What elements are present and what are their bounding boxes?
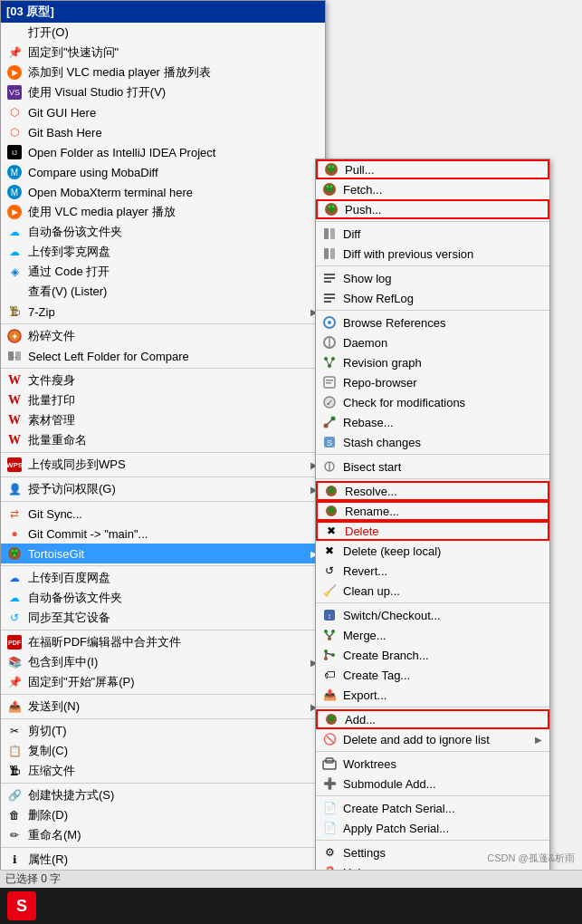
- worktrees-label: Worktrees: [343, 757, 542, 771]
- svg-point-9: [14, 554, 16, 557]
- svg-point-20: [329, 206, 331, 208]
- menu-diff[interactable]: Diff: [316, 224, 549, 244]
- menu-sync-other[interactable]: ↺ 同步至其它设备: [1, 608, 325, 628]
- menu-repo-browser[interactable]: Repo-browser: [316, 372, 549, 392]
- menu-select-left[interactable]: ↔ Select Left Folder for Compare: [1, 346, 325, 366]
- menu-grant-access[interactable]: 👤 授予访问权限(G) ▶: [1, 479, 325, 499]
- menu-baidu[interactable]: ☁ 上传到百度网盘: [1, 568, 325, 588]
- menu-copy[interactable]: 📋 复制(C): [1, 741, 325, 761]
- pdf-icon: PDF: [6, 634, 23, 650]
- menu-rename2[interactable]: Rename...: [316, 501, 549, 521]
- menu-upload-cloud[interactable]: ☁ 上传到零克网盘: [1, 242, 325, 262]
- stash-icon: S: [321, 434, 338, 450]
- menu-ij[interactable]: IJ Open Folder as IntelliJ IDEA Project: [1, 142, 325, 162]
- menu-git-sync[interactable]: ⇄ Git Sync...: [1, 504, 325, 524]
- sep6: [1, 565, 325, 566]
- menu-git-gui[interactable]: ⬡ Git GUI Here: [1, 102, 325, 122]
- menu-push[interactable]: Push...: [316, 199, 549, 219]
- menu-cleanup[interactable]: 🧹 Clean up...: [316, 581, 549, 601]
- rebase-icon: [321, 414, 338, 430]
- menu-submodule[interactable]: ➕ Submodule Add...: [316, 774, 549, 794]
- show-log-icon: [321, 270, 338, 286]
- create-patch-icon: 📄: [321, 800, 338, 816]
- menu-compress[interactable]: 🗜 压缩文件: [1, 761, 325, 781]
- menu-add-archive[interactable]: 📚 包含到库中(I) ▶: [1, 652, 325, 672]
- menu-rebase[interactable]: Rebase...: [316, 412, 549, 432]
- pin-start-icon: 📌: [6, 674, 23, 690]
- menu-mobadiff[interactable]: M Compare using MobaDiff: [1, 162, 325, 182]
- menu-send-to[interactable]: 📤 发送到(N) ▶: [1, 697, 325, 717]
- menu-pull[interactable]: Pull...: [316, 159, 549, 179]
- menu-apply-patch[interactable]: 📄 Apply Patch Serial...: [316, 818, 549, 838]
- menu-tortoise[interactable]: TortoiseGit ▶: [1, 544, 325, 563]
- menu-show-log[interactable]: Show log: [316, 268, 549, 288]
- merge-icon: [321, 627, 338, 643]
- menu-batch-rename[interactable]: W 批量重命名: [1, 430, 325, 450]
- menu-merge[interactable]: Merge...: [316, 625, 549, 645]
- menu-reflog[interactable]: Show RefLog: [316, 288, 549, 308]
- menu-diff-prev[interactable]: Diff with previous version: [316, 244, 549, 264]
- watermark-text: CSDN @孤蓬&析雨: [487, 852, 575, 865]
- menu-export[interactable]: 📤 Export...: [316, 685, 549, 705]
- menu-material[interactable]: W 素材管理: [1, 410, 325, 430]
- menu-weishen[interactable]: W 文件瘦身: [1, 371, 325, 390]
- submodule-label: Submodule Add...: [343, 777, 542, 791]
- menu-git-commit[interactable]: ● Git Commit -> "main"...: [1, 524, 325, 544]
- menu-stash[interactable]: S Stash changes: [316, 432, 549, 452]
- menu-shortcut[interactable]: 🔗 创建快捷方式(S): [1, 785, 325, 805]
- menu-delete[interactable]: 🗑 删除(D): [1, 805, 325, 825]
- menu-create-tag[interactable]: 🏷 Create Tag...: [316, 665, 549, 685]
- menu-cut[interactable]: ✂ 剪切(T): [1, 721, 325, 741]
- menu-pin[interactable]: 📌 固定到"快速访问": [1, 43, 325, 63]
- menu-revert[interactable]: ↺ Revert...: [316, 561, 549, 581]
- menu-vlc-add[interactable]: ▶ 添加到 VLC media player 播放列表: [1, 63, 325, 82]
- sep10: [1, 783, 325, 784]
- menu-git-bash[interactable]: ⬡ Git Bash Here: [1, 122, 325, 142]
- menu-switch[interactable]: ↕ Switch/Checkout...: [316, 605, 549, 625]
- menu-auto-backup2[interactable]: ☁ 自动备份该文件夹: [1, 588, 325, 608]
- menu-properties[interactable]: ℹ 属性(R): [1, 850, 325, 870]
- menu-rename[interactable]: ✏ 重命名(M): [1, 825, 325, 845]
- moba-term-label: Open MobaXterm terminal here: [28, 186, 318, 199]
- menu-delete-ignore[interactable]: 🚫 Delete and add to ignore list ▶: [316, 729, 549, 749]
- menu-browse-refs[interactable]: Browse References: [316, 313, 549, 332]
- menu-batch-print[interactable]: W 批量打印: [1, 390, 325, 410]
- menu-revision-graph[interactable]: Revision graph: [316, 352, 549, 372]
- menu-auto-backup[interactable]: ☁ 自动备份该文件夹: [1, 222, 325, 242]
- menu-vlc-play[interactable]: ▶ 使用 VLC media player 播放: [1, 202, 325, 222]
- menu-fenfen[interactable]: ✦ 粉碎文件: [1, 326, 325, 346]
- menu-worktrees[interactable]: Worktrees: [316, 754, 549, 774]
- menu-bisect[interactable]: Bisect start: [316, 457, 549, 476]
- menu-daemon[interactable]: Daemon: [316, 332, 549, 352]
- menu-fetch[interactable]: Fetch...: [316, 179, 549, 199]
- menu-pdf[interactable]: PDF 在福昕PDF编辑器中合并文件: [1, 632, 325, 652]
- menu-mobaterm[interactable]: M Open MobaXterm terminal here: [1, 182, 325, 202]
- tortoise-icon: [6, 545, 23, 562]
- svg-rect-24: [324, 248, 329, 259]
- diff-label: Diff: [343, 227, 542, 241]
- menu-open[interactable]: 打开(O): [1, 23, 325, 43]
- moba-term-icon: M: [6, 184, 23, 200]
- svg-point-61: [328, 637, 331, 640]
- moba-diff-label: Compare using MobaDiff: [28, 166, 318, 179]
- taskbar-app-icon[interactable]: S: [7, 891, 36, 920]
- fetch-label: Fetch...: [343, 183, 542, 197]
- menu-resolve[interactable]: Resolve...: [316, 481, 549, 501]
- vs-icon: VS: [6, 84, 23, 101]
- menu-vs-open[interactable]: VS 使用 Visual Studio 打开(V): [1, 82, 325, 102]
- menu-branch[interactable]: Create Branch...: [316, 645, 549, 665]
- svg-point-17: [330, 186, 333, 188]
- show-log-label: Show log: [343, 272, 542, 285]
- menu-pin-start[interactable]: 📌 固定到"开始"屏幕(P): [1, 672, 325, 692]
- menu-check-mods[interactable]: ✓ Check for modifications: [316, 392, 549, 412]
- pin-start-label: 固定到"开始"屏幕(P): [28, 674, 318, 690]
- menu-wps[interactable]: WPS 上传或同步到WPS ▶: [1, 455, 325, 475]
- menu-create-patch[interactable]: 📄 Create Patch Serial...: [316, 798, 549, 818]
- menu-7zip[interactable]: 🗜 7-Zip ▶: [1, 302, 325, 322]
- menu-delete-local[interactable]: ✖ Delete (keep local): [316, 541, 549, 561]
- menu-add[interactable]: Add...: [316, 709, 549, 729]
- menu-lister[interactable]: 查看(V) (Lister): [1, 282, 325, 302]
- menu-delete2[interactable]: ✖ Delete: [316, 521, 549, 541]
- menu-code-open[interactable]: ◈ 通过 Code 打开: [1, 262, 325, 282]
- sep7: [1, 630, 325, 630]
